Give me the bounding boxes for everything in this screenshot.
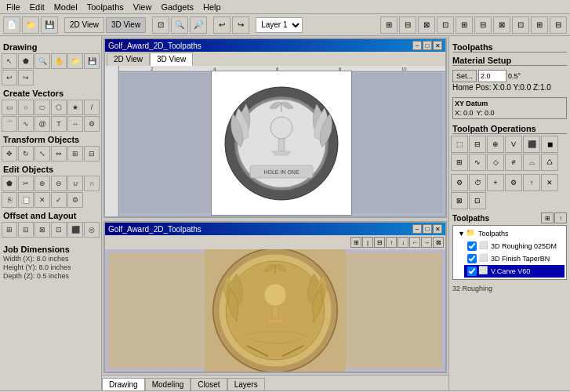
toolbar-extra-btn9[interactable]: ⊞ [531, 16, 548, 34]
tp-list-btn1[interactable]: ⊞ [541, 212, 554, 223]
tab-layers[interactable]: Layers [227, 378, 265, 390]
scale-tool[interactable]: ⤡ [34, 146, 50, 162]
pocket-toolpath-btn[interactable]: ⊟ [469, 136, 486, 153]
vcarve-checkbox[interactable] [467, 267, 477, 276]
pan-tool[interactable]: ✋ [51, 53, 67, 69]
3d-btn4[interactable]: ↑ [386, 237, 397, 248]
3d-btn2[interactable]: | [362, 237, 373, 248]
3d-btn3[interactable]: ⊟ [374, 237, 385, 248]
3d-btn5[interactable]: ↓ [398, 237, 408, 248]
fluting-btn[interactable]: ∿ [469, 154, 486, 171]
tab-2d-view[interactable]: 2D View [107, 53, 150, 66]
subtract-tool[interactable]: ⊖ [51, 176, 67, 191]
menu-view[interactable]: View [129, 1, 157, 13]
bottom-window-minimize[interactable]: − [412, 224, 422, 234]
redo-button[interactable]: ↪ [232, 16, 249, 34]
tab-3d-view[interactable]: 3D View [150, 53, 193, 66]
tp-list-btn2[interactable]: ↑ [554, 212, 567, 223]
paste-tool[interactable]: 📋 [18, 192, 34, 208]
menu-edit[interactable]: Edit [25, 1, 49, 13]
toolbar-extra-btn3[interactable]: ⊠ [418, 16, 435, 34]
3d-canvas[interactable] [108, 252, 442, 368]
layout-tool[interactable]: ⊡ [51, 222, 67, 238]
toolbar-extra-btn5[interactable]: ⊞ [456, 16, 473, 34]
copy-tool[interactable]: ⎘ [2, 192, 17, 208]
tree-item-roughing[interactable]: ⬜ 3D Roughing 025DM [464, 240, 565, 252]
tp-plus-btn[interactable]: + [487, 174, 504, 191]
tab-closet[interactable]: Closet [191, 378, 227, 390]
tab-drawing[interactable]: Drawing [102, 378, 145, 390]
open-button[interactable]: 📁 [22, 16, 39, 34]
tree-item-vcarve[interactable]: ⬜ V.Carve V60 [464, 265, 565, 278]
tab-modeling[interactable]: Modeling [145, 378, 191, 390]
rotate-tool[interactable]: ↻ [18, 146, 34, 162]
bottom-window-close[interactable]: ✕ [433, 224, 442, 234]
undo-button[interactable]: ↩ [213, 16, 231, 34]
text-tool[interactable]: T [51, 116, 67, 132]
top-window-maximize[interactable]: □ [423, 41, 432, 50]
tp-extra2[interactable]: ⊠ [451, 192, 468, 209]
star-tool[interactable]: ★ [67, 100, 83, 115]
dim-tool[interactable]: ↔ [67, 116, 83, 132]
select-tool[interactable]: ↖ [2, 53, 17, 69]
top-window-close[interactable]: ✕ [433, 41, 442, 50]
material-set-button[interactable]: Set... [452, 70, 477, 82]
node-tool[interactable]: ⬟ [2, 176, 17, 191]
toolbar-extra-btn4[interactable]: ⊡ [437, 16, 454, 34]
3d-btn8[interactable]: ⊠ [433, 237, 444, 248]
texture-btn[interactable]: # [505, 154, 522, 171]
save-tool[interactable]: 💾 [84, 53, 100, 69]
trim-tool[interactable]: ✂ [18, 176, 34, 191]
toolbar-extra-btn1[interactable]: ⊞ [380, 16, 398, 34]
tp-settings-btn[interactable]: ⚙ [451, 174, 468, 191]
toolbar-extra-btn6[interactable]: ⊟ [474, 16, 492, 34]
file-open-tool[interactable]: 📁 [67, 53, 83, 69]
offset-tool[interactable]: ⊞ [2, 222, 17, 238]
layer-select[interactable]: Layer 1 [256, 17, 303, 33]
tree-item-finish[interactable]: ⬜ 3D Finish TaperBN [464, 252, 565, 265]
bottom-window-content[interactable] [105, 249, 445, 372]
tp-extra1[interactable]: ✕ [541, 174, 558, 191]
check-tool[interactable]: ✓ [51, 192, 67, 208]
weld-tool[interactable]: ⊕ [34, 176, 50, 191]
tp-gear-btn[interactable]: ⚙ [505, 174, 522, 191]
3d-btn7[interactable]: → [421, 237, 432, 248]
move-tool[interactable]: ✥ [2, 146, 17, 162]
zoom-fit-button[interactable]: ⊡ [152, 16, 169, 34]
tp-extra3[interactable]: ⊡ [469, 192, 486, 209]
toolbar-extra-btn8[interactable]: ⊡ [512, 16, 529, 34]
vcarve-toolpath-btn[interactable]: V [505, 136, 522, 153]
circle-tool[interactable]: ○ [18, 100, 34, 115]
3d-rough-btn[interactable]: ⬛ [523, 136, 540, 153]
drill-toolpath-btn[interactable]: ⊕ [487, 136, 504, 153]
align-tool[interactable]: ⊞ [67, 146, 83, 162]
menu-model[interactable]: Model [49, 1, 82, 13]
tp-clock-btn[interactable]: ⏱ [469, 174, 486, 191]
3d-finish-btn[interactable]: ◼ [541, 136, 558, 153]
3d-btn1[interactable]: ⊞ [350, 237, 361, 248]
rect-tool[interactable]: ▭ [2, 100, 17, 115]
tp-recycle-btn[interactable]: ♺ [541, 154, 558, 171]
delete-tool[interactable]: ✕ [34, 192, 50, 208]
material-thickness-input[interactable] [478, 70, 506, 82]
spiral-tool[interactable]: @ [34, 116, 50, 132]
settings-tool[interactable]: ⚙ [67, 192, 83, 208]
menu-toolpaths[interactable]: Toolpaths [82, 1, 129, 13]
menu-file[interactable]: File [2, 1, 25, 13]
profile-toolpath-btn[interactable]: ⬚ [451, 136, 468, 153]
gear-tool[interactable]: ⚙ [84, 116, 100, 132]
union-tool[interactable]: ∪ [67, 176, 83, 191]
finish-checkbox[interactable] [467, 254, 477, 263]
zoom-in-button[interactable]: 🔍 [171, 16, 188, 34]
bottom-window-maximize[interactable]: □ [423, 224, 432, 234]
zoom-tool[interactable]: 🔍 [34, 53, 50, 69]
polygon-tool[interactable]: ⬡ [51, 100, 67, 115]
top-window-minimize[interactable]: − [412, 41, 422, 50]
dist-tool[interactable]: ⊟ [84, 146, 100, 162]
tp-export-btn[interactable]: ↑ [523, 174, 540, 191]
undo-tool[interactable]: ↩ [2, 70, 17, 85]
prism-btn[interactable]: ◇ [487, 154, 504, 171]
inlay-btn[interactable]: ⊞ [451, 154, 468, 171]
nest-tool[interactable]: ⊠ [34, 222, 50, 238]
intersect-tool[interactable]: ∩ [84, 176, 100, 191]
